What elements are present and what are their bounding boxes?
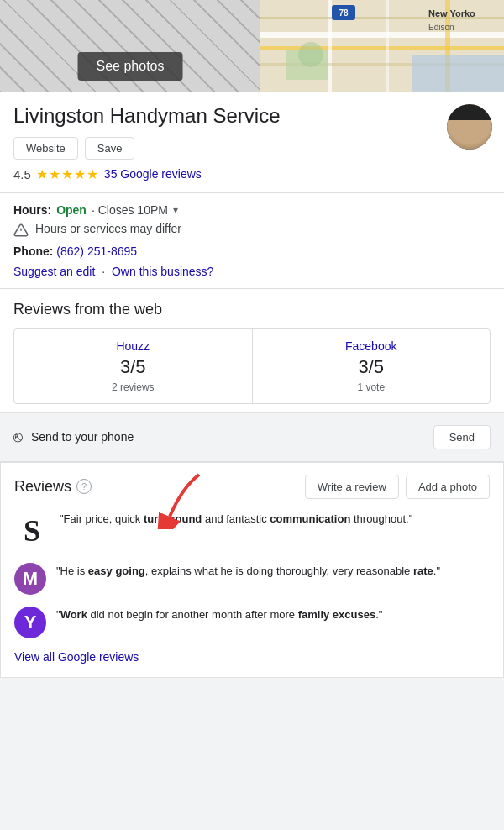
review-action-buttons: Write a review Add a photo: [305, 475, 490, 499]
svg-text:New Yorko: New Yorko: [428, 8, 475, 18]
map-svg: 78 New Yorko Edison: [260, 0, 504, 92]
rating-row: 4.5 ★★★★★ 35 Google reviews: [13, 166, 491, 182]
reviews-header: Reviews ? Write a review Add a photo: [14, 475, 490, 499]
reviews-section-wrapper: Reviews ? Write a review Add a photo S: [0, 462, 504, 678]
business-name: Livingston Handyman Service: [13, 104, 440, 129]
phone-link[interactable]: (862) 251-8695: [56, 244, 137, 258]
review-avatar-s: S: [14, 511, 50, 551]
phone-row: Phone: (862) 251-8695: [13, 244, 491, 258]
houzz-count: 2 reviews: [28, 381, 239, 393]
web-review-facebook: Facebook 3/5 1 vote: [253, 329, 491, 403]
see-photos-button[interactable]: See photos: [78, 52, 183, 81]
closes-time: · Closes 10PM: [92, 203, 168, 217]
web-reviews-section: Reviews from the web Houzz 3/5 2 reviews…: [0, 289, 504, 413]
main-business-card: Livingston Handyman Service Website Save…: [0, 92, 504, 193]
business-photo[interactable]: See photos: [0, 0, 260, 92]
rating-number: 4.5: [13, 167, 31, 181]
avatar[interactable]: [447, 104, 492, 150]
svg-rect-10: [412, 55, 504, 92]
send-label: ⎋ Send to your phone: [13, 428, 134, 446]
avatar-image: [447, 104, 492, 150]
hours-dropdown-arrow[interactable]: ▾: [173, 204, 178, 216]
open-status: Open: [56, 203, 87, 217]
svg-text:78: 78: [339, 8, 349, 18]
facebook-count: 1 vote: [266, 381, 477, 393]
review-item-3: Y "Work did not begin for another month …: [14, 607, 490, 638]
facebook-link[interactable]: Facebook: [266, 339, 477, 353]
svg-text:Edison: Edison: [428, 23, 454, 32]
send-to-phone-section: ⎋ Send to your phone Send: [0, 413, 504, 462]
svg-point-9: [298, 42, 323, 67]
review-avatar-m: M: [14, 563, 46, 595]
houzz-score: 3/5: [28, 356, 239, 378]
houzz-link[interactable]: Houzz: [28, 339, 239, 353]
facebook-score: 3/5: [266, 356, 477, 378]
edit-links: Suggest an edit · Own this business?: [13, 265, 491, 278]
review-text-3: "Work did not begin for another month af…: [56, 607, 382, 623]
review-avatar-y: Y: [14, 607, 46, 638]
svg-rect-4: [386, 0, 389, 92]
action-buttons: Website Save: [13, 137, 491, 160]
hours-label: Hours:: [13, 203, 51, 217]
svg-rect-3: [328, 0, 332, 92]
avatar-hat: [447, 104, 492, 120]
warning-text: Hours or services may differ: [35, 222, 181, 235]
stars-display: ★★★★★: [36, 166, 99, 182]
suggest-edit-link[interactable]: Suggest an edit: [13, 265, 95, 278]
info-section: Hours: Open · Closes 10PM ▾ Hours or ser…: [0, 193, 504, 289]
web-reviews-title: Reviews from the web: [13, 301, 491, 318]
hours-row: Hours: Open · Closes 10PM ▾: [13, 203, 491, 217]
warning-row: Hours or services may differ: [13, 222, 491, 238]
review-item-1: S "Fair price, quick turnaround and fant…: [14, 511, 490, 551]
write-review-button[interactable]: Write a review: [305, 475, 399, 499]
warning-icon: [13, 223, 29, 238]
reviews-section: Reviews ? Write a review Add a photo S: [0, 462, 504, 678]
phone-label: Phone:: [13, 244, 53, 258]
web-reviews-grid: Houzz 3/5 2 reviews Facebook 3/5 1 vote: [13, 328, 491, 404]
view-all-google-reviews-link[interactable]: View all Google reviews: [14, 650, 490, 664]
edit-separator: ·: [102, 265, 105, 278]
phone-send-icon: ⎋: [13, 428, 23, 446]
reviews-title: Reviews: [14, 478, 71, 496]
help-icon[interactable]: ?: [76, 479, 92, 494]
review-text-1: "Fair price, quick turnaround and fantas…: [60, 511, 412, 528]
website-button[interactable]: Website: [13, 137, 78, 160]
svg-rect-1: [260, 32, 504, 38]
save-button[interactable]: Save: [85, 137, 135, 160]
review-item-2: M "He is easy going, explains what he is…: [14, 563, 490, 595]
send-button[interactable]: Send: [433, 425, 491, 449]
own-business-link[interactable]: Own this business?: [112, 265, 213, 278]
google-reviews-link[interactable]: 35 Google reviews: [104, 167, 202, 181]
add-photo-button[interactable]: Add a photo: [406, 475, 490, 499]
web-review-houzz: Houzz 3/5 2 reviews: [14, 329, 253, 403]
map-preview[interactable]: 78 New Yorko Edison: [260, 0, 504, 92]
review-text-2: "He is easy going, explains what he is d…: [56, 563, 440, 580]
send-phone-text: Send to your phone: [31, 430, 134, 444]
top-images-section: See photos 78 New Yorko Edison: [0, 0, 504, 92]
svg-rect-2: [260, 46, 504, 50]
